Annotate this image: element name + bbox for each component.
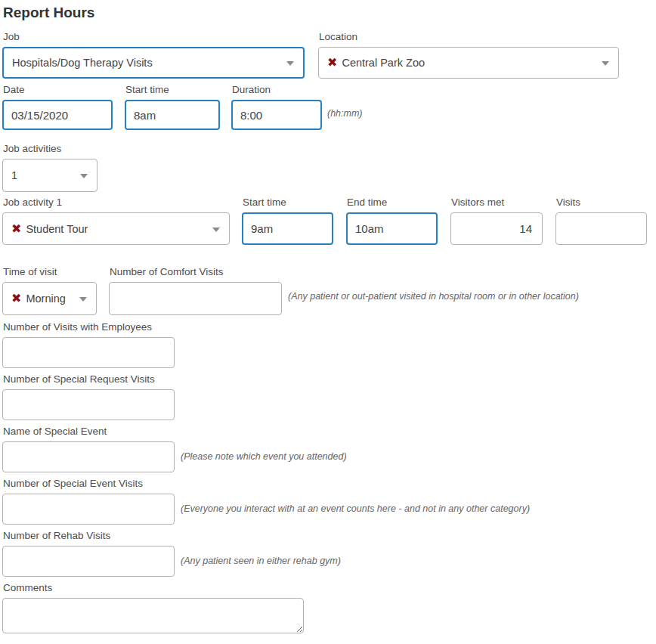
chevron-down-icon [212, 228, 220, 232]
time-of-visit-select-value: Morning [26, 293, 65, 305]
special-event-name-label: Name of Special Event [3, 426, 651, 438]
page-title: Report Hours [3, 5, 651, 21]
field-special-event-visits: Number of Special Event Visits (Everyone… [2, 478, 651, 525]
start-time-label: Start time [125, 84, 220, 96]
rehab-visits-label: Number of Rehab Visits [3, 530, 651, 542]
duration-label: Duration [232, 84, 322, 96]
start-time-input[interactable] [125, 100, 220, 130]
field-activity-start-time: Start time [242, 197, 333, 245]
chevron-down-icon [80, 174, 88, 178]
special-event-name-hint: (Please note which event you attended) [181, 451, 347, 462]
rehab-visits-input[interactable] [2, 546, 175, 577]
special-request-visits-label: Number of Special Request Visits [3, 373, 651, 385]
chevron-down-icon [286, 61, 294, 66]
field-comments: Comments [2, 582, 651, 636]
visits-with-employees-input[interactable] [2, 337, 175, 368]
job-activity-1-select-value: Student Tour [26, 223, 88, 235]
job-activities-select[interactable]: 1 [2, 159, 97, 192]
field-duration: Duration [231, 84, 322, 130]
row-activity-detail: Job activity 1 ✖ Student Tour Start time… [2, 197, 651, 245]
rehab-visits-hint: (Any patient seen in either rehab gym) [181, 556, 341, 566]
special-request-visits-input[interactable] [2, 389, 175, 420]
activity-start-time-input[interactable] [242, 212, 333, 245]
comfort-visits-hint: (Any patient or out-patient visited in h… [288, 291, 579, 302]
field-start-time: Start time [125, 84, 220, 130]
field-visits-with-employees: Number of Visits with Employees [2, 321, 651, 368]
job-activities-select-value: 1 [11, 169, 17, 181]
visits-input[interactable] [555, 212, 647, 245]
field-visits: Visits [555, 197, 647, 245]
chevron-down-icon [602, 61, 609, 66]
visitors-met-label: Visitors met [451, 197, 543, 209]
field-job-activity-1: Job activity 1 ✖ Student Tour [2, 197, 230, 245]
job-activity-1-select[interactable]: ✖ Student Tour [2, 212, 230, 245]
clear-selection-icon[interactable]: ✖ [327, 57, 337, 69]
field-time-of-visit: Time of visit ✖ Morning [2, 266, 97, 315]
special-event-name-input[interactable] [2, 441, 175, 472]
field-visitors-met: Visitors met [450, 197, 543, 245]
date-label: Date [3, 84, 113, 96]
chevron-down-icon [79, 297, 87, 302]
field-rehab-visits: Number of Rehab Visits (Any patient seen… [2, 530, 651, 577]
special-event-visits-label: Number of Special Event Visits [3, 478, 651, 490]
job-activities-label: Job activities [3, 143, 651, 155]
clear-selection-icon[interactable]: ✖ [11, 293, 21, 305]
visits-label: Visits [556, 197, 647, 209]
duration-hint: (hh:mm) [327, 108, 363, 119]
time-of-visit-select[interactable]: ✖ Morning [2, 282, 97, 315]
field-location: Location ✖ Central Park Zoo [318, 31, 619, 79]
activity-end-time-input[interactable] [346, 212, 438, 245]
row-time-of-visit: Time of visit ✖ Morning Number of Comfor… [2, 266, 651, 315]
clear-selection-icon[interactable]: ✖ [11, 223, 21, 235]
location-label: Location [319, 31, 619, 43]
comfort-visits-label: Number of Comfort Visits [110, 266, 282, 278]
date-input[interactable] [2, 100, 113, 130]
location-select[interactable]: ✖ Central Park Zoo [318, 47, 619, 79]
activity-end-time-label: End time [347, 197, 438, 209]
comments-label: Comments [3, 582, 651, 594]
field-activity-end-time: End time [346, 197, 438, 245]
special-event-visits-input[interactable] [2, 494, 175, 525]
duration-input[interactable] [231, 100, 322, 130]
row-job-location: Job Hospitals/Dog Therapy Visits Locatio… [2, 31, 651, 79]
job-activity-1-label: Job activity 1 [3, 197, 230, 209]
field-special-event-name: Name of Special Event (Please note which… [2, 426, 651, 472]
visitors-met-input[interactable] [450, 212, 543, 245]
field-comfort-visits: Number of Comfort Visits [109, 266, 282, 315]
time-of-visit-label: Time of visit [3, 266, 97, 278]
row-date-time: Date Start time Duration (hh:mm) [2, 84, 651, 130]
field-job: Job Hospitals/Dog Therapy Visits [2, 31, 305, 79]
location-select-value: Central Park Zoo [342, 57, 425, 69]
activity-start-time-label: Start time [243, 197, 333, 209]
comments-textarea[interactable] [2, 598, 304, 633]
comfort-visits-input[interactable] [109, 282, 282, 315]
job-select-value: Hospitals/Dog Therapy Visits [12, 57, 153, 69]
field-job-activities: Job activities 1 [2, 143, 651, 192]
job-label: Job [3, 31, 305, 43]
visits-with-employees-label: Number of Visits with Employees [3, 321, 651, 333]
field-special-request-visits: Number of Special Request Visits [2, 373, 651, 420]
special-event-visits-hint: (Everyone you interact with at an event … [181, 503, 530, 514]
field-date: Date [2, 84, 113, 130]
job-select[interactable]: Hospitals/Dog Therapy Visits [2, 47, 305, 79]
